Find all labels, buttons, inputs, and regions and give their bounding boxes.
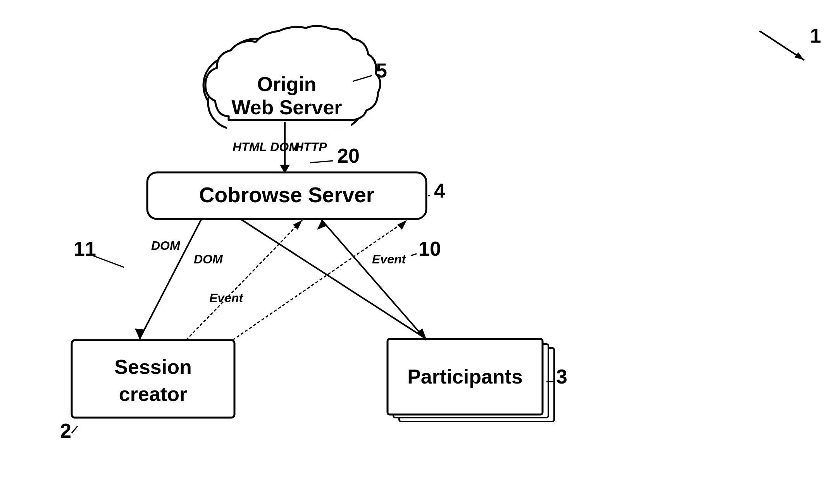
session-creator-label-2: creator [119, 383, 187, 405]
dom-label-2: DOM [194, 252, 223, 266]
svg-marker-29 [397, 220, 407, 230]
dom-label-1: DOM [151, 239, 181, 253]
html-dom-label: HTML DOM [233, 140, 300, 154]
http-label: HTTP [295, 140, 327, 154]
participants-label: Participants [407, 365, 523, 388]
svg-line-22 [240, 219, 426, 339]
svg-marker-25 [293, 220, 302, 230]
svg-line-20 [140, 219, 202, 339]
ref-11: 11 [74, 237, 96, 260]
svg-marker-27 [317, 220, 327, 230]
svg-line-16 [72, 426, 78, 433]
ref-1: 1 [810, 24, 821, 47]
svg-line-14 [310, 161, 333, 163]
svg-marker-1 [794, 52, 804, 60]
svg-line-26 [322, 220, 426, 340]
cloud-node: Origin Web Server [203, 26, 380, 130]
svg-line-18 [411, 254, 417, 256]
ref-4: 4 [434, 179, 445, 202]
svg-line-28 [233, 220, 407, 340]
ref-5: 5 [376, 59, 387, 82]
diagram-container: 1 Origin Web Server 5 [0, 0, 839, 504]
cobrowse-server-label: Cobrowse Server [199, 183, 374, 207]
ref-10: 10 [419, 237, 441, 260]
cloud-label-line2: Web Server [231, 96, 342, 119]
ref-3: 3 [556, 365, 567, 388]
session-creator-box [72, 340, 234, 418]
ref-2: 2 [60, 420, 71, 442]
event-label-2: Event [372, 252, 406, 266]
cloud-label-line1: Origin [257, 73, 316, 95]
svg-line-24 [186, 220, 302, 340]
session-creator-label-1: Session [114, 356, 191, 378]
svg-marker-21 [135, 329, 145, 339]
ref-20: 20 [337, 144, 360, 167]
svg-line-19 [93, 256, 124, 267]
